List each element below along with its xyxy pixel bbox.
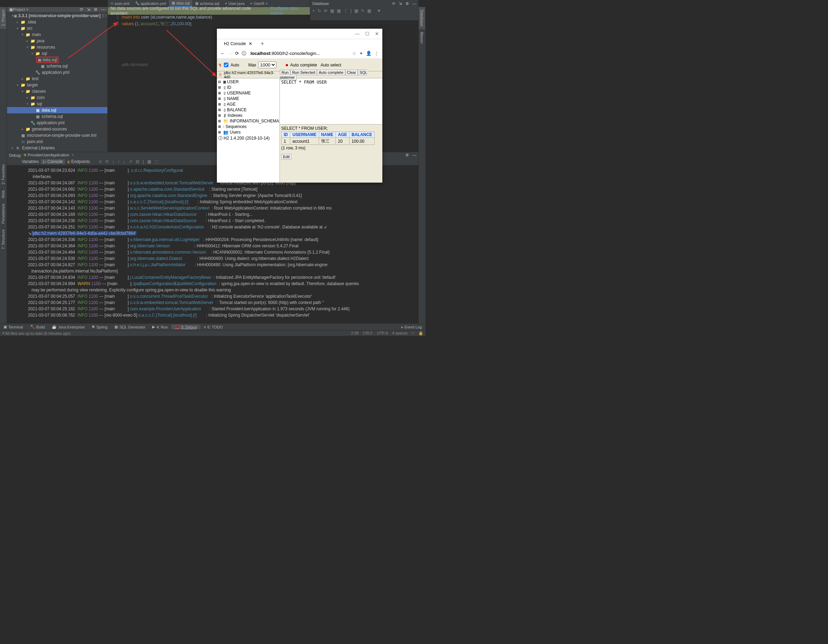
bottom-tab[interactable]: 🔨Build <box>27 324 48 329</box>
h2-tree-item[interactable]: ⊞ ▯ USERNAME <box>218 90 279 96</box>
h2-button[interactable]: Clear <box>345 70 358 75</box>
status-item[interactable]: CRLF <box>363 331 373 335</box>
status-item[interactable]: UTF-8 <box>377 331 388 335</box>
bottom-tab[interactable]: ❃Spring <box>88 324 111 329</box>
h2-tree-item[interactable]: ⊞ ▯ ID <box>218 85 279 90</box>
sync-icon[interactable]: ⟳ <box>392 2 395 6</box>
tree-item[interactable]: ▦schema.sql <box>7 63 107 69</box>
tree-toggle-icon[interactable]: ▾ <box>31 52 35 55</box>
tree-ext-libs[interactable]: ▸ ⊪ External Libraries <box>7 145 107 151</box>
tree-toggle-icon[interactable]: ▾ <box>17 27 20 30</box>
code-content[interactable]: values (1,'account1','张三',20,100.00); <box>122 21 192 27</box>
chevron-right-icon[interactable]: ▸ <box>12 146 16 150</box>
tree-item[interactable]: ▾📁target <box>7 82 107 88</box>
h2-tree-item[interactable]: ⊞ ▯ NAME <box>218 96 279 102</box>
collapse-icon[interactable]: ⇲ <box>399 2 402 6</box>
minimize-icon[interactable]: — <box>412 2 416 6</box>
h2-tree-item[interactable]: ⊞ 📁 INFORMATION_SCHEMA <box>218 118 279 124</box>
db-toolbar-icon[interactable]: ⟳ <box>324 8 328 13</box>
bottom-tab[interactable]: ≡6: TODO <box>201 325 226 329</box>
debug-icon[interactable]: ⬚ <box>155 159 158 164</box>
console-tab[interactable]: ▷ Console <box>41 159 65 164</box>
debug-tab[interactable]: ❃ ProviderUserApplication × <box>24 153 74 157</box>
db-toolbar-icon[interactable]: | <box>351 8 351 13</box>
status-item[interactable]: 🔒 <box>419 331 423 335</box>
sidebar-database[interactable]: Database <box>419 7 425 29</box>
sql-input[interactable]: SELECT * FROM USER <box>280 78 382 125</box>
close-tab-icon[interactable]: ✕ <box>249 41 252 46</box>
minimize-icon[interactable]: — <box>355 31 360 36</box>
h2-tree-item[interactable]: ⊞ ▯ AGE <box>218 102 279 107</box>
sidebar-structure[interactable]: 7: Structure <box>0 227 6 252</box>
edit-button[interactable]: Edit <box>281 154 292 160</box>
h2-tree-item[interactable]: ⊞ ⚷ Indexes <box>218 113 279 118</box>
tree-toggle-icon[interactable]: ▸ <box>22 127 25 131</box>
h2-tree-item[interactable]: ⊞ ⦂ Sequences <box>218 124 279 129</box>
tree-item[interactable]: ▾📁resources <box>7 44 107 50</box>
star-icon[interactable]: ☆ <box>352 51 356 56</box>
status-item[interactable]: ⏍ <box>412 331 414 335</box>
stop-icon[interactable]: ■ <box>285 63 288 67</box>
bottom-tab[interactable]: ▶4: Run <box>149 324 171 329</box>
h2-tree-item[interactable]: ⊟ ▦ USER <box>218 79 279 85</box>
tree-root[interactable]: ▾ ▣ 3.3.1 [microservice-simple-provider-… <box>7 13 107 19</box>
debug-icon[interactable]: ▦ <box>147 159 151 164</box>
maximize-icon[interactable]: ☐ <box>365 31 369 36</box>
menu-icon[interactable]: ⋮ <box>374 51 379 56</box>
tree-item[interactable]: ▦data.sql <box>7 57 107 63</box>
bottom-tab[interactable]: ☕Java Enterprise <box>48 324 88 329</box>
forward-icon[interactable]: → <box>228 51 232 56</box>
tree-item[interactable]: 🔧application.yml <box>7 69 107 75</box>
tree-item[interactable]: ▸📁test <box>7 75 107 82</box>
gear-icon[interactable]: ⚙ <box>94 7 97 12</box>
tree-item[interactable]: ▦microservice-simple-provider-user.iml <box>7 132 107 138</box>
tree-toggle-icon[interactable]: ▸ <box>27 96 30 99</box>
tree-item[interactable]: ▦schema.sql <box>7 113 107 120</box>
sidebar-maven[interactable]: Maven <box>419 29 425 46</box>
project-tree[interactable]: ▾ ▣ 3.3.1 [microservice-simple-provider-… <box>7 12 107 152</box>
bottom-tab[interactable]: 🐞5: Debug <box>171 324 201 329</box>
console-output[interactable]: 2021-03-07 00:04:23.824 INFO 1100 --- [m… <box>7 165 419 323</box>
code-content[interactable]: insert into user (id,username,name,age,b… <box>122 15 212 21</box>
browser-tab[interactable]: H2 Console✕ <box>220 41 256 47</box>
db-toolbar-icon[interactable]: ▦ <box>367 8 371 13</box>
tree-item[interactable]: mpom.xml <box>7 138 107 145</box>
tree-item[interactable]: ▸📁java <box>7 38 107 44</box>
tree-toggle-icon[interactable]: ▸ <box>27 39 30 43</box>
h2-tree[interactable]: ⊟ ▦ USER ⊞ ▯ ID ⊞ ▯ USERNAME ⊞ ▯ NAME ⊞ … <box>217 78 280 183</box>
max-select[interactable]: 1000 <box>258 61 276 68</box>
db-toolbar-icon[interactable]: ▦ <box>330 8 334 13</box>
h2-button[interactable]: Auto complete <box>317 70 345 75</box>
tree-toggle-icon[interactable]: ▾ <box>27 45 30 49</box>
debug-icon[interactable]: ⊟ <box>136 159 139 164</box>
minimize-icon[interactable]: — <box>412 153 416 157</box>
h2-tree-item[interactable]: ⊞ 👥 Users <box>218 129 279 135</box>
dropdown-icon[interactable]: ▾ <box>26 7 28 12</box>
tree-item[interactable]: ▾📁classes <box>7 88 107 94</box>
gear-icon[interactable]: ⚙ <box>405 2 409 6</box>
tree-item[interactable]: ▾📁sql <box>7 50 107 57</box>
tree-toggle-icon[interactable]: ▸ <box>17 20 20 24</box>
event-log-tab[interactable]: ● Event Log <box>397 325 425 329</box>
bolt-icon[interactable]: ↯ <box>218 63 222 67</box>
db-toolbar-icon[interactable]: ▦ <box>337 8 341 13</box>
sync-icon[interactable]: ⟳ <box>80 7 83 12</box>
tree-toggle-icon[interactable]: ▾ <box>22 89 25 93</box>
endpoints-tab[interactable]: ⬖ Endpoints <box>65 159 93 164</box>
debug-icon[interactable]: ↓ <box>123 159 125 164</box>
db-toolbar-icon[interactable]: + <box>312 8 315 13</box>
reload-icon[interactable]: ⟳ <box>235 51 239 56</box>
status-item[interactable]: 4 spaces <box>392 331 408 335</box>
debug-icon[interactable]: ↗ <box>129 159 132 164</box>
debug-icon[interactable]: ↑ <box>118 159 120 164</box>
tree-toggle-icon[interactable]: ▸ <box>22 77 25 80</box>
status-item[interactable]: 2:38 <box>351 331 359 335</box>
debug-icon[interactable]: ↓ <box>112 159 114 164</box>
new-tab-icon[interactable]: + <box>260 40 265 48</box>
collapse-icon[interactable]: ⇲ <box>87 7 90 12</box>
debug-icon[interactable]: | <box>143 159 144 164</box>
tree-item[interactable]: 🔧application.yml <box>7 120 107 126</box>
db-toolbar-icon[interactable]: ▦ <box>354 8 358 13</box>
db-toolbar-icon[interactable]: ▼ <box>377 8 381 13</box>
url-field[interactable]: localhost:8000/h2-console/login... <box>249 50 350 57</box>
